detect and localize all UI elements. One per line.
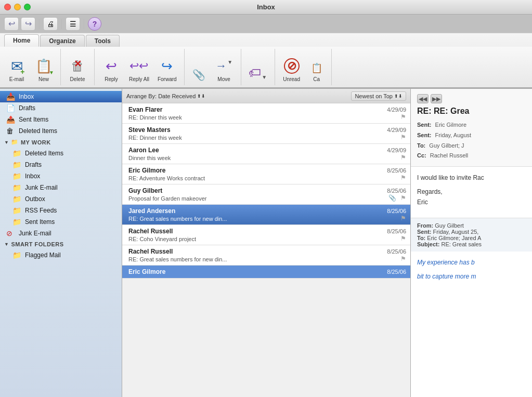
ribbon-group-unread: ⊘ Unread 📋 Ca	[275, 49, 332, 85]
my-drafts-icon: 📁	[12, 161, 22, 169]
message-row[interactable]: Evan Flarer 4/29/09 RE: Dinner this week…	[122, 103, 410, 124]
sort-order[interactable]: Newest on Top ⬆⬇	[351, 91, 406, 101]
ribbon-group-reply-items: ↩ Reply ↩↩ Reply All ↪ Forward	[99, 56, 180, 83]
flag-icon: ⚑	[400, 113, 406, 121]
flag-icon: ⚑	[400, 194, 406, 202]
message-row[interactable]: Jared Andersen 8/25/06 RE: Great sales n…	[122, 205, 410, 225]
my-inbox-icon: 📁	[12, 172, 22, 180]
sidebar-item-sent[interactable]: 📤 Sent Items	[0, 114, 122, 125]
ribbon-group-actions: 📎 →▼ Move	[185, 49, 241, 85]
message-row[interactable]: Aaron Lee 4/29/09 Dinner this week ⚑	[122, 144, 410, 164]
unread-button[interactable]: ⊘ Unread	[279, 56, 304, 83]
flagged-icon: 📁	[12, 251, 22, 259]
message-row-top: Steve Masters 4/29/09	[128, 126, 406, 134]
sidebar-item-my-deleted[interactable]: 📁 Deleted Items	[0, 148, 122, 159]
sidebar-item-drafts[interactable]: 📄 Drafts	[0, 102, 122, 114]
sidebar-item-deleted[interactable]: 🗑 Deleted Items	[0, 125, 122, 137]
message-row[interactable]: Guy Gilbert 8/25/06 Proposal for Garden …	[122, 184, 410, 205]
smart-folders-header[interactable]: ▼ SMART FOLDERS	[0, 239, 122, 249]
my-work-header[interactable]: ▼ 📁 My Work	[0, 137, 122, 148]
prev-message-button[interactable]: ◀◀	[417, 94, 429, 103]
message-row-top: Eric Gilmore 8/25/06	[128, 268, 406, 275]
sidebar-item-my-sent[interactable]: 📁 Sent Items	[0, 216, 122, 228]
list-header: Arrange By: Date Received ⬆⬇ Newest on T…	[122, 89, 410, 103]
body-regards: Regards, Eric	[417, 187, 526, 207]
next-message-button[interactable]: ▶▶	[431, 94, 442, 103]
from-label: From: Guy Gilbert	[417, 222, 526, 229]
sidebar-item-junk-email[interactable]: ⊘ Junk E-mail	[0, 228, 122, 239]
email-icon: ✉ +	[7, 57, 26, 75]
attach-button[interactable]: 📎	[189, 67, 210, 83]
tab-organize[interactable]: Organize	[40, 35, 84, 47]
flag-icon: ⚑	[400, 134, 406, 141]
sidebar: 📥 Inbox 📄 Drafts 📤 Sent Items 🗑 Deleted …	[0, 89, 122, 397]
new-button[interactable]: 📋 ▼ New	[31, 56, 56, 83]
print-icon[interactable]: 🖨	[43, 17, 58, 31]
email-subject-title: RE: RE: Grea	[417, 107, 526, 116]
message-row[interactable]: Rachel Russell 8/25/06 RE: Coho Vineyard…	[122, 225, 410, 245]
reading-pane: ◀◀ ▶▶ RE: RE: Grea Sent: Eric Gilmore Se…	[411, 89, 532, 397]
tags-button[interactable]: 🏷▼	[245, 62, 270, 83]
toolbar-area: Home Organize Tools ✉ + E-mail	[0, 33, 532, 89]
ribbon-group-unread-items: ⊘ Unread 📋 Ca	[279, 56, 327, 83]
ribbon-group-delete-items: 🗑 ✕ Delete	[65, 56, 90, 83]
reply-button[interactable]: ↩ Reply	[99, 56, 124, 83]
back-nav-icon[interactable]: ↩	[4, 17, 19, 31]
toolbar-separator-3	[84, 19, 84, 29]
message-row-top: Jared Andersen 8/25/06	[128, 207, 406, 215]
window-title: Inbox	[257, 3, 275, 11]
message-row[interactable]: Eric Gilmore 8/25/06	[122, 266, 410, 279]
minimize-button[interactable]	[14, 4, 21, 10]
reading-body: I would like to invite Rac Regards, Eric	[411, 167, 532, 218]
message-row[interactable]: Eric Gilmore 8/25/06 RE: Adventure Works…	[122, 164, 410, 184]
main-content: 📥 Inbox 📄 Drafts 📤 Sent Items 🗑 Deleted …	[0, 89, 532, 397]
sidebar-item-my-rss[interactable]: 📁 RSS Feeds	[0, 205, 122, 216]
forward-nav-icon[interactable]: ↪	[21, 17, 35, 31]
title-bar: Inbox	[0, 0, 532, 15]
sort-arrow: ⬆⬇	[394, 94, 403, 99]
move-icon: →▼	[215, 57, 233, 75]
email-button[interactable]: ✉ + E-mail	[4, 56, 29, 83]
view-icon[interactable]: ☰	[66, 17, 80, 31]
reading-from-section: From: Guy Gilbert Sent: Friday, August 2…	[411, 218, 532, 252]
sidebar-item-my-inbox[interactable]: 📁 Inbox	[0, 170, 122, 182]
traffic-lights	[4, 4, 31, 10]
tab-tools[interactable]: Tools	[86, 35, 120, 47]
message-row[interactable]: Rachel Russell 8/25/06 RE: Great sales n…	[122, 245, 410, 266]
help-icon[interactable]: ?	[88, 17, 101, 31]
ribbon-group-reply: ↩ Reply ↩↩ Reply All ↪ Forward	[95, 49, 185, 85]
body-paragraph-1: I would like to invite Rac	[417, 173, 526, 183]
message-list: Arrange By: Date Received ⬆⬇ Newest on T…	[122, 89, 411, 397]
ribbon-group-delete: 🗑 ✕ Delete	[61, 49, 95, 85]
ribbon-group-email: ✉ + E-mail 📋 ▼ New	[0, 49, 61, 85]
tab-home[interactable]: Home	[4, 34, 39, 47]
ribbon-group-tags-items: 🏷▼	[245, 62, 270, 83]
junk-email-icon: ⊘	[6, 229, 16, 237]
maximize-button[interactable]	[24, 4, 31, 10]
to-label: To: Eric Gilmore; Jared A	[417, 235, 526, 241]
ca-button[interactable]: 📋 Ca	[306, 60, 327, 83]
forward-icon: ↪	[158, 57, 176, 75]
sidebar-item-my-drafts[interactable]: 📁 Drafts	[0, 159, 122, 170]
body-highlight-2: bit to capture more m	[417, 272, 526, 282]
arrange-by[interactable]: Arrange By: Date Received ⬆⬇	[126, 93, 349, 99]
flag-icon: ⚑	[400, 255, 406, 262]
sidebar-item-flagged[interactable]: 📁 Flagged Mail	[0, 249, 122, 261]
message-row-top: Rachel Russell 8/25/06	[128, 228, 406, 235]
close-button[interactable]	[4, 4, 11, 10]
delete-button[interactable]: 🗑 ✕ Delete	[65, 56, 90, 83]
message-row-top: Eric Gilmore 8/25/06	[128, 167, 406, 174]
forward-button[interactable]: ↪ Forward	[154, 56, 180, 83]
my-work-icon: 📁	[11, 139, 19, 145]
quick-toolbar: ↩ ↪ 🖨 ☰ ?	[0, 15, 532, 33]
sidebar-item-my-junk[interactable]: 📁 Junk E-mail	[0, 182, 122, 193]
move-button[interactable]: →▼ Move	[212, 56, 237, 83]
message-row[interactable]: Steve Masters 4/29/09 RE: Dinner this we…	[122, 124, 410, 144]
sidebar-item-inbox[interactable]: 📥 Inbox	[0, 91, 122, 102]
arrange-arrow: ⬆⬇	[197, 94, 205, 99]
reply-all-button[interactable]: ↩↩ Reply All	[126, 56, 152, 83]
sent-label: Sent: Friday, August 25,	[417, 229, 526, 235]
deleted-icon: 🗑	[6, 127, 16, 135]
inbox-icon: 📥	[6, 92, 16, 101]
sidebar-item-my-outbox[interactable]: 📁 Outbox	[0, 193, 122, 205]
